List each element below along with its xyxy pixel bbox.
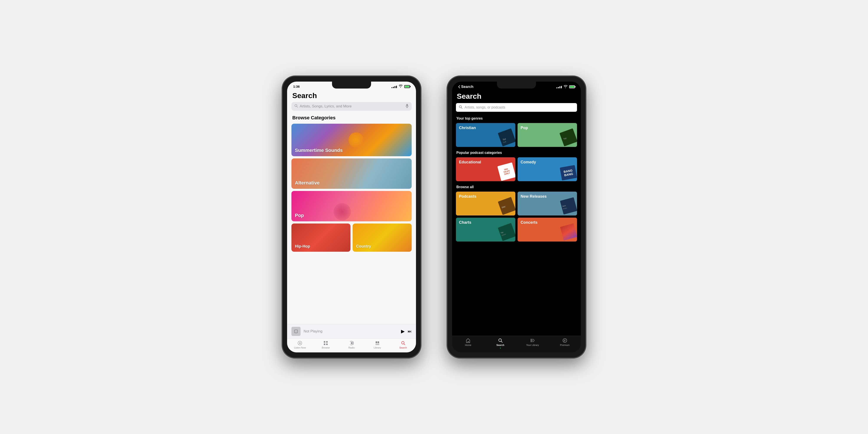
comedy-text: BANGBANG xyxy=(563,168,573,177)
spotify-logo-icon xyxy=(562,338,567,343)
play-button[interactable]: ▶ xyxy=(401,329,405,334)
status-time: 1:36 xyxy=(293,85,300,88)
spotify-phone: Search 1 xyxy=(447,76,586,358)
tab-label-browse: Browse xyxy=(322,346,330,349)
spotify-screen: Search 1 xyxy=(452,82,581,352)
search-icon xyxy=(294,104,298,108)
summertime-sun xyxy=(348,132,364,148)
skip-button[interactable]: ⏭ xyxy=(408,329,412,334)
genre-educational[interactable]: Educational TEDTALKSDAILY xyxy=(456,157,516,181)
tab-label-radio: Radio xyxy=(348,346,355,349)
now-playing-bar[interactable]: ♪ Not Playing ▶ ⏭ xyxy=(287,324,416,339)
genre-charts[interactable]: Charts Top Global xyxy=(456,218,516,242)
spotify-search-title: Search xyxy=(452,90,581,103)
genre-label-christian: Christian xyxy=(459,126,476,130)
pop-art: Top xyxy=(559,128,577,146)
signal-bar-1 xyxy=(392,87,392,88)
tab-radio[interactable]: Radio xyxy=(339,340,365,349)
tab-library[interactable]: Library xyxy=(364,340,390,349)
svg-line-1 xyxy=(297,106,298,107)
concerts-lights xyxy=(560,223,577,241)
svg-rect-12 xyxy=(326,343,328,345)
pop-bg xyxy=(291,191,412,221)
genre-new-releases[interactable]: New Releases New Music xyxy=(518,192,577,215)
genre-label-concerts: Concerts xyxy=(521,220,537,225)
category-country[interactable]: Country xyxy=(352,223,412,252)
tab-label-search: Search xyxy=(399,346,407,349)
genre-label-new-releases: New Releases xyxy=(521,194,547,199)
spotify-battery-fill xyxy=(570,86,574,88)
svg-line-19 xyxy=(404,344,405,345)
svg-text:♪: ♪ xyxy=(296,331,297,333)
battery-fill xyxy=(405,86,409,88)
concerts-art xyxy=(560,223,577,241)
svg-point-13 xyxy=(351,342,352,344)
browse-all-title: Browse all xyxy=(452,184,581,192)
s-signal-bar-1 xyxy=(556,88,557,88)
spotify-tab-home[interactable]: Home xyxy=(452,338,484,348)
s-signal-bar-4 xyxy=(561,86,562,88)
genre-christian[interactable]: Christian Top Cult xyxy=(456,123,516,147)
spotify-tab-premium[interactable]: Premium xyxy=(549,338,581,348)
tab-listen-now[interactable]: Listen Now xyxy=(287,340,313,349)
signal-bar-4 xyxy=(396,86,397,88)
category-summertime[interactable]: Summertime Sounds xyxy=(291,124,412,156)
svg-rect-9 xyxy=(324,341,325,343)
tab-label-library: Library xyxy=(374,346,381,349)
spotify-search-bar[interactable]: Artists, songs, or podcasts xyxy=(456,103,577,112)
apple-content: 1:36 Search xyxy=(287,82,416,352)
charts-art-img: Top Global xyxy=(498,223,516,241)
spotify-tab-search[interactable]: Search xyxy=(484,338,517,348)
spotify-wifi-icon xyxy=(563,85,567,89)
podcasts-art-img: Disc xyxy=(498,197,516,215)
search-placeholder: Artists, Songs, Lyrics, and More xyxy=(300,104,404,108)
category-label-summertime: Summertime Sounds xyxy=(295,148,343,153)
signal-bar-2 xyxy=(393,87,394,88)
svg-rect-22 xyxy=(498,128,516,146)
christian-art: Top Cult xyxy=(498,128,516,146)
tab-bar: Listen Now Browse Radio Library Search xyxy=(287,339,416,352)
spotify-tab-label-home: Home xyxy=(465,344,471,346)
genre-concerts[interactable]: Concerts xyxy=(518,218,577,242)
genre-label-charts: Charts xyxy=(459,220,471,225)
podcast-categories-title: Popular podcast categories xyxy=(452,150,581,157)
browse-icon xyxy=(323,340,328,346)
category-label-alternative: Alternative xyxy=(295,180,320,186)
genre-comedy[interactable]: Comedy BANGBANG xyxy=(518,157,577,181)
svg-rect-10 xyxy=(326,341,328,343)
comedy-art: BANGBANG xyxy=(560,165,577,180)
tab-browse[interactable]: Browse xyxy=(313,340,339,349)
category-pop[interactable]: Pop xyxy=(291,191,412,221)
now-playing-icon: ♪ xyxy=(291,327,301,336)
small-cards-row: Hip-Hop Country xyxy=(291,223,412,252)
christian-art-img: Top Cult xyxy=(498,128,516,146)
spotify-search-tab-icon xyxy=(498,338,503,343)
back-arrow[interactable]: Search xyxy=(458,85,473,89)
category-hiphop[interactable]: Hip-Hop xyxy=(291,223,350,252)
spotify-tab-label-search: Search xyxy=(496,344,504,346)
categories-list: Summertime Sounds Alternative Pop xyxy=(287,124,416,324)
svg-line-21 xyxy=(461,107,462,109)
back-label: Search xyxy=(461,85,473,89)
signal-bar-3 xyxy=(395,86,395,88)
spotify-battery-icon xyxy=(569,85,575,88)
tab-search[interactable]: Search xyxy=(390,340,416,349)
category-alternative[interactable]: Alternative xyxy=(291,158,412,189)
spotify-tab-label-library: Your Library xyxy=(526,344,539,346)
search-bar[interactable]: Artists, Songs, Lyrics, and More xyxy=(291,102,412,111)
svg-rect-2 xyxy=(406,104,408,106)
now-playing-text: Not Playing xyxy=(304,329,398,334)
genre-label-pop-spotify: Pop xyxy=(521,126,528,130)
notch xyxy=(332,82,371,89)
spotify-content: Search 1 xyxy=(452,82,581,352)
svg-rect-25 xyxy=(559,128,577,146)
genre-podcasts[interactable]: Podcasts Disc xyxy=(456,192,516,215)
search-title: Search xyxy=(287,90,416,102)
spotify-signal-bars xyxy=(556,85,562,88)
genre-pop-spotify[interactable]: Pop Top xyxy=(518,123,577,147)
category-label-pop: Pop xyxy=(295,213,304,218)
spotify-notch xyxy=(497,82,536,89)
spotify-tab-library[interactable]: Your Library xyxy=(517,338,549,348)
pop-art-img: Top xyxy=(559,128,577,146)
charts-art: Top Global xyxy=(498,223,516,241)
